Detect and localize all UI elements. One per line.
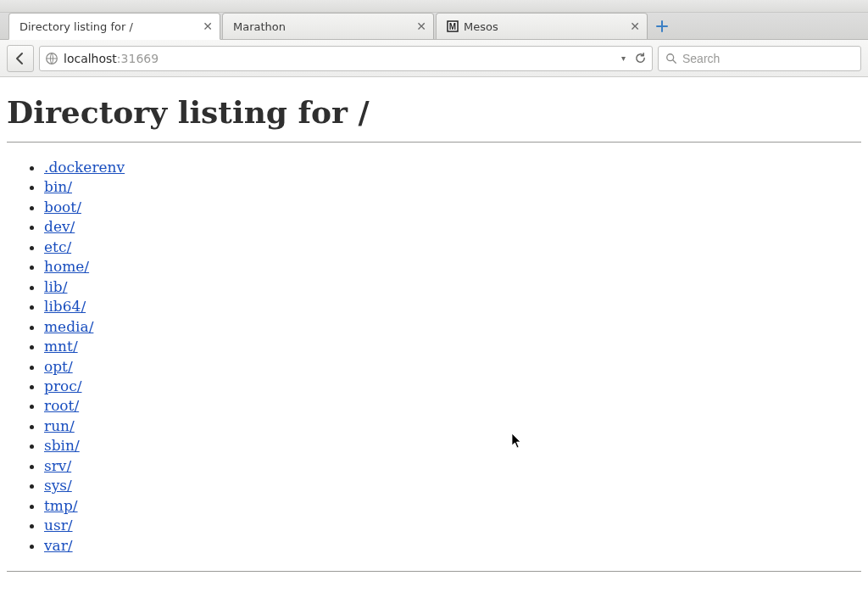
directory-link[interactable]: proc/	[44, 377, 82, 394]
close-icon[interactable]: ✕	[203, 20, 213, 32]
new-tab-button[interactable]	[649, 13, 675, 39]
list-item: media/	[44, 317, 861, 337]
close-icon[interactable]: ✕	[630, 20, 640, 32]
directory-link[interactable]: boot/	[44, 198, 81, 215]
directory-link[interactable]: sys/	[44, 477, 72, 494]
window-titlebar	[0, 0, 868, 13]
list-item: home/	[44, 257, 861, 277]
directory-link[interactable]: srv/	[44, 457, 71, 474]
directory-list: .dockerenv bin/ boot/ dev/ etc/ home/ li…	[7, 158, 861, 556]
tab-marathon[interactable]: Marathon ✕	[222, 13, 434, 39]
list-item: var/	[44, 536, 861, 556]
list-item: usr/	[44, 516, 861, 535]
search-box[interactable]	[658, 46, 861, 71]
directory-link[interactable]: lib64/	[44, 298, 86, 315]
url-host: localhost	[64, 52, 117, 65]
list-item: srv/	[44, 456, 861, 476]
directory-link[interactable]: run/	[44, 417, 75, 434]
directory-link[interactable]: usr/	[44, 517, 73, 534]
tab-label: Marathon	[233, 20, 409, 33]
search-icon	[665, 53, 677, 64]
directory-link[interactable]: sbin/	[44, 437, 80, 454]
list-item: sys/	[44, 476, 861, 495]
directory-link[interactable]: tmp/	[44, 497, 78, 514]
mesos-favicon-icon: M	[447, 20, 459, 32]
list-item: proc/	[44, 377, 861, 396]
list-item: etc/	[44, 238, 861, 257]
close-icon[interactable]: ✕	[416, 20, 426, 32]
url-port: :31669	[117, 52, 159, 65]
directory-link[interactable]: opt/	[44, 358, 73, 375]
page-title: Directory listing for /	[7, 94, 861, 130]
list-item: sbin/	[44, 436, 861, 456]
url-bar[interactable]: localhost:31669 ▾	[39, 46, 653, 71]
list-item: tmp/	[44, 496, 861, 516]
page-content: Directory listing for / .dockerenv bin/ …	[0, 77, 868, 580]
directory-link[interactable]: mnt/	[44, 338, 78, 355]
list-item: lib64/	[44, 297, 861, 316]
tab-bar: Directory listing for / ✕ Marathon ✕ M M…	[0, 13, 868, 40]
list-item: boot/	[44, 198, 861, 217]
list-item: .dockerenv	[44, 158, 861, 177]
directory-link[interactable]: home/	[44, 258, 89, 275]
list-item: mnt/	[44, 337, 861, 356]
directory-link[interactable]: media/	[44, 318, 93, 335]
directory-link[interactable]: etc/	[44, 238, 71, 255]
directory-link[interactable]: var/	[44, 537, 73, 554]
directory-link[interactable]: lib/	[44, 278, 67, 295]
svg-line-4	[673, 59, 676, 63]
list-item: root/	[44, 396, 861, 416]
back-button[interactable]	[7, 45, 34, 72]
divider	[7, 142, 861, 143]
svg-text:M: M	[449, 22, 456, 31]
globe-icon	[45, 52, 58, 65]
tab-mesos[interactable]: M Mesos ✕	[436, 13, 648, 39]
list-item: dev/	[44, 217, 861, 237]
directory-link[interactable]: dev/	[44, 218, 75, 235]
tab-directory-listing[interactable]: Directory listing for / ✕	[8, 13, 220, 40]
tab-label: Directory listing for /	[19, 20, 196, 33]
list-item: lib/	[44, 277, 861, 297]
directory-link[interactable]: .dockerenv	[44, 159, 125, 176]
url-text[interactable]: localhost:31669	[64, 52, 616, 65]
list-item: opt/	[44, 357, 861, 377]
directory-link[interactable]: bin/	[44, 178, 72, 195]
reload-icon[interactable]	[634, 52, 647, 64]
tab-label: Mesos	[464, 20, 623, 33]
directory-link[interactable]: root/	[44, 397, 79, 414]
list-item: run/	[44, 417, 861, 436]
list-item: bin/	[44, 177, 861, 197]
chevron-down-icon[interactable]: ▾	[621, 53, 626, 63]
divider	[7, 571, 861, 572]
search-input[interactable]	[682, 52, 854, 65]
navigation-toolbar: localhost:31669 ▾	[0, 40, 868, 77]
